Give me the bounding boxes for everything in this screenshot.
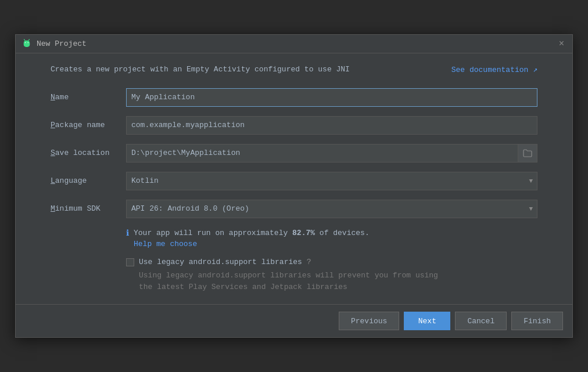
previous-button[interactable]: Previous [339,312,399,330]
legacy-libraries-description: Using legacy android.support libraries w… [139,270,537,292]
svg-line-3 [28,39,30,41]
package-name-row: Package name [51,116,537,135]
dialog-title: New Project [37,39,87,48]
save-location-row: Save location [51,144,537,162]
name-input[interactable] [126,88,537,107]
description-row: Creates a new project with an Empty Acti… [51,65,537,74]
new-project-dialog: New Project × Creates a new project with… [15,34,573,338]
checkbox-section: Use legacy android.support libraries ? U… [126,258,537,292]
package-name-label: Package name [51,121,126,129]
info-text: Your app will run on approximately 82.7%… [134,229,370,237]
min-sdk-label: Minimum SDK [51,204,126,213]
android-logo-icon [21,38,32,49]
min-sdk-select-wrapper: API 16: Android 4.1 (Jelly Bean) API 21:… [126,200,537,218]
next-button[interactable]: Next [404,312,450,330]
min-sdk-select[interactable]: API 16: Android 4.1 (Jelly Bean) API 21:… [126,200,537,218]
name-row: Name [51,88,537,107]
title-bar: New Project × [16,35,572,53]
save-location-label: Save location [51,149,126,157]
legacy-libraries-checkbox[interactable] [126,258,134,266]
name-label: Name [51,93,126,102]
cancel-button[interactable]: Cancel [455,312,507,330]
language-select[interactable]: Kotlin Java [126,172,537,190]
browse-folder-button[interactable] [518,144,537,162]
svg-point-0 [25,42,26,44]
info-content: Your app will run on approximately 82.7%… [134,227,370,249]
language-row: Language Kotlin Java ▼ [51,172,537,190]
finish-button[interactable]: Finish [511,312,563,330]
description-text: Creates a new project with an Empty Acti… [51,65,350,74]
legacy-libraries-label: Use legacy android.support libraries [139,258,302,266]
help-me-choose-link[interactable]: Help me choose [134,240,197,248]
help-question-icon[interactable]: ? [307,258,311,266]
package-name-input[interactable] [126,116,537,135]
language-select-wrapper: Kotlin Java ▼ [126,172,537,190]
close-button[interactable]: × [557,39,567,48]
save-location-input[interactable] [126,144,518,162]
title-bar-left: New Project [21,38,87,49]
folder-icon [523,149,532,157]
see-documentation-link[interactable]: See documentation ↗ [451,65,537,74]
language-label: Language [51,176,126,185]
dialog-body: Creates a new project with an Empty Acti… [16,53,572,305]
info-section: ℹ Your app will run on approximately 82.… [126,227,537,249]
legacy-libraries-checkbox-row: Use legacy android.support libraries ? [126,258,537,266]
svg-line-2 [24,39,26,41]
save-location-input-group [126,144,537,162]
svg-point-1 [28,42,29,44]
info-icon: ℹ [126,228,129,238]
info-line: ℹ Your app will run on approximately 82.… [126,227,537,249]
dialog-footer: Previous Next Cancel Finish [16,304,572,337]
min-sdk-row: Minimum SDK API 16: Android 4.1 (Jelly B… [51,200,537,218]
